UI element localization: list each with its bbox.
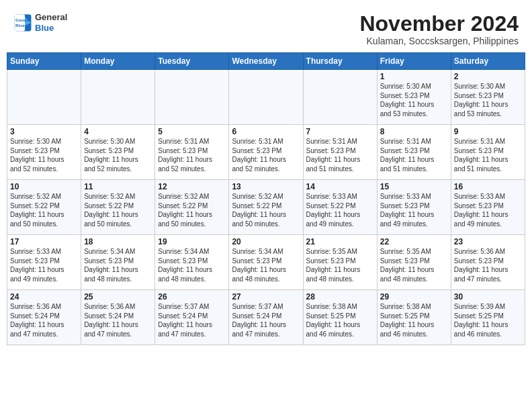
day-info: Sunrise: 5:31 AM Sunset: 5:23 PM Dayligh… [306,137,374,173]
weekday-header-friday: Friday [377,53,451,70]
title-block: November 2024 Kulaman, Soccsksargen, Phi… [359,12,519,46]
calendar-cell: 18Sunrise: 5:34 AM Sunset: 5:23 PM Dayli… [81,235,155,290]
day-number: 2 [454,72,522,81]
calendar-cell: 5Sunrise: 5:31 AM Sunset: 5:23 PM Daylig… [155,125,229,180]
day-info: Sunrise: 5:37 AM Sunset: 5:24 PM Dayligh… [158,302,226,338]
calendar-cell [303,70,377,125]
day-info: Sunrise: 5:38 AM Sunset: 5:25 PM Dayligh… [380,302,448,338]
weekday-header-row: SundayMondayTuesdayWednesdayThursdayFrid… [7,53,525,70]
weekday-header-tuesday: Tuesday [155,53,229,70]
calendar-week-2: 3Sunrise: 5:30 AM Sunset: 5:23 PM Daylig… [7,125,525,180]
day-info: Sunrise: 5:33 AM Sunset: 5:23 PM Dayligh… [454,192,522,228]
day-number: 10 [10,182,78,191]
day-number: 17 [10,237,78,246]
day-info: Sunrise: 5:35 AM Sunset: 5:23 PM Dayligh… [380,247,448,283]
day-info: Sunrise: 5:31 AM Sunset: 5:23 PM Dayligh… [454,137,522,173]
day-info: Sunrise: 5:32 AM Sunset: 5:22 PM Dayligh… [10,192,78,228]
day-info: Sunrise: 5:31 AM Sunset: 5:23 PM Dayligh… [232,137,300,173]
calendar-cell: 27Sunrise: 5:37 AM Sunset: 5:24 PM Dayli… [229,290,303,345]
day-info: Sunrise: 5:30 AM Sunset: 5:23 PM Dayligh… [454,82,522,118]
day-number: 9 [454,127,522,136]
month-title: November 2024 [359,12,519,36]
day-info: Sunrise: 5:34 AM Sunset: 5:23 PM Dayligh… [158,247,226,283]
day-info: Sunrise: 5:32 AM Sunset: 5:22 PM Dayligh… [232,192,300,228]
day-number: 4 [84,127,152,136]
calendar-cell [7,70,81,125]
day-number: 13 [232,182,300,191]
page-header: General Blue General Blue November 2024 … [7,7,525,50]
day-number: 12 [158,182,226,191]
day-number: 6 [232,127,300,136]
day-info: Sunrise: 5:39 AM Sunset: 5:25 PM Dayligh… [454,302,522,338]
calendar-cell: 29Sunrise: 5:38 AM Sunset: 5:25 PM Dayli… [377,290,451,345]
weekday-header-sunday: Sunday [7,53,81,70]
svg-text:General: General [15,17,31,22]
calendar-cell: 15Sunrise: 5:33 AM Sunset: 5:23 PM Dayli… [377,180,451,235]
day-number: 29 [380,292,448,302]
calendar-cell: 20Sunrise: 5:34 AM Sunset: 5:23 PM Dayli… [229,235,303,290]
calendar-body: 1Sunrise: 5:30 AM Sunset: 5:23 PM Daylig… [7,70,525,345]
calendar-cell: 17Sunrise: 5:33 AM Sunset: 5:23 PM Dayli… [7,235,81,290]
calendar-cell [81,70,155,125]
calendar-cell: 22Sunrise: 5:35 AM Sunset: 5:23 PM Dayli… [377,235,451,290]
logo: General Blue General Blue [13,12,67,33]
day-info: Sunrise: 5:32 AM Sunset: 5:22 PM Dayligh… [158,192,226,228]
calendar-week-3: 10Sunrise: 5:32 AM Sunset: 5:22 PM Dayli… [7,180,525,235]
calendar-cell: 10Sunrise: 5:32 AM Sunset: 5:22 PM Dayli… [7,180,81,235]
weekday-header-saturday: Saturday [451,53,525,70]
day-info: Sunrise: 5:38 AM Sunset: 5:25 PM Dayligh… [306,302,374,338]
day-number: 16 [454,182,522,191]
day-number: 22 [380,237,448,246]
day-info: Sunrise: 5:32 AM Sunset: 5:22 PM Dayligh… [84,192,152,228]
calendar-cell [155,70,229,125]
calendar-week-5: 24Sunrise: 5:36 AM Sunset: 5:24 PM Dayli… [7,290,525,345]
calendar-cell: 16Sunrise: 5:33 AM Sunset: 5:23 PM Dayli… [451,180,525,235]
svg-text:Blue: Blue [15,23,25,28]
day-number: 26 [158,292,226,302]
calendar-cell: 26Sunrise: 5:37 AM Sunset: 5:24 PM Dayli… [155,290,229,345]
day-number: 21 [306,237,374,246]
calendar-cell: 2Sunrise: 5:30 AM Sunset: 5:23 PM Daylig… [451,70,525,125]
calendar-cell: 7Sunrise: 5:31 AM Sunset: 5:23 PM Daylig… [303,125,377,180]
calendar-cell: 1Sunrise: 5:30 AM Sunset: 5:23 PM Daylig… [377,70,451,125]
day-number: 20 [232,237,300,246]
calendar-cell: 24Sunrise: 5:36 AM Sunset: 5:24 PM Dayli… [7,290,81,345]
calendar-cell [229,70,303,125]
logo-icon: General Blue [13,13,32,32]
day-info: Sunrise: 5:31 AM Sunset: 5:23 PM Dayligh… [380,137,448,173]
day-info: Sunrise: 5:33 AM Sunset: 5:22 PM Dayligh… [306,192,374,228]
calendar-cell: 11Sunrise: 5:32 AM Sunset: 5:22 PM Dayli… [81,180,155,235]
day-number: 27 [232,292,300,302]
calendar-week-1: 1Sunrise: 5:30 AM Sunset: 5:23 PM Daylig… [7,70,525,125]
calendar-cell: 19Sunrise: 5:34 AM Sunset: 5:23 PM Dayli… [155,235,229,290]
day-number: 23 [454,237,522,246]
day-number: 7 [306,127,374,136]
day-info: Sunrise: 5:33 AM Sunset: 5:23 PM Dayligh… [10,247,78,283]
day-number: 8 [380,127,448,136]
location-subtitle: Kulaman, Soccsksargen, Philippines [359,36,519,46]
calendar-cell: 28Sunrise: 5:38 AM Sunset: 5:25 PM Dayli… [303,290,377,345]
calendar-cell: 4Sunrise: 5:30 AM Sunset: 5:23 PM Daylig… [81,125,155,180]
day-info: Sunrise: 5:30 AM Sunset: 5:23 PM Dayligh… [10,137,78,173]
day-number: 25 [84,292,152,302]
day-number: 24 [10,292,78,302]
day-info: Sunrise: 5:30 AM Sunset: 5:23 PM Dayligh… [84,137,152,173]
day-info: Sunrise: 5:30 AM Sunset: 5:23 PM Dayligh… [380,82,448,118]
day-number: 11 [84,182,152,191]
calendar-cell: 21Sunrise: 5:35 AM Sunset: 5:23 PM Dayli… [303,235,377,290]
calendar-week-4: 17Sunrise: 5:33 AM Sunset: 5:23 PM Dayli… [7,235,525,290]
calendar-header: SundayMondayTuesdayWednesdayThursdayFrid… [7,53,525,70]
day-number: 15 [380,182,448,191]
calendar-cell: 12Sunrise: 5:32 AM Sunset: 5:22 PM Dayli… [155,180,229,235]
calendar-cell: 6Sunrise: 5:31 AM Sunset: 5:23 PM Daylig… [229,125,303,180]
weekday-header-monday: Monday [81,53,155,70]
day-info: Sunrise: 5:34 AM Sunset: 5:23 PM Dayligh… [84,247,152,283]
logo-general: General [35,12,67,23]
calendar-cell: 14Sunrise: 5:33 AM Sunset: 5:22 PM Dayli… [303,180,377,235]
calendar-cell: 3Sunrise: 5:30 AM Sunset: 5:23 PM Daylig… [7,125,81,180]
day-info: Sunrise: 5:31 AM Sunset: 5:23 PM Dayligh… [158,137,226,173]
calendar-table: SundayMondayTuesdayWednesdayThursdayFrid… [7,52,525,345]
day-number: 19 [158,237,226,246]
calendar-cell: 30Sunrise: 5:39 AM Sunset: 5:25 PM Dayli… [451,290,525,345]
day-number: 5 [158,127,226,136]
